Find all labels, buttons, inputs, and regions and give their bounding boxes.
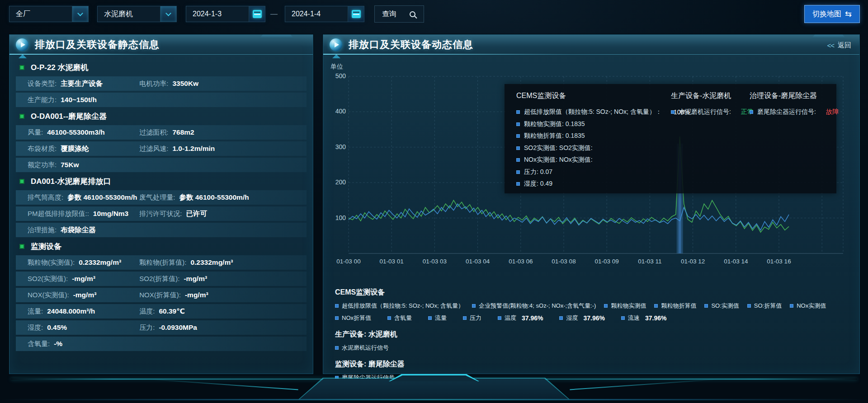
legend-marker-icon [516,122,520,126]
field-label: 温度: [139,307,155,316]
field-value: 0.2332mg/m³ [79,258,121,267]
field-value: 0.45% [47,323,67,332]
info-row: 含氧量:-% [16,337,307,351]
legend-item-label: 湿度 [566,314,578,322]
static-info-header: 排放口及关联设备静态信息 [9,35,313,55]
tooltip-row: SO2实测值: SO2实测值: [516,142,690,155]
legend-item[interactable]: 超低排放限值（颗拉物:5: SOz-; NOx; 含氧量） [335,302,464,310]
legend-item[interactable]: NOx折算值 [335,314,371,322]
legend-item-label: 水泥磨机运行信号 [342,344,389,352]
legend-marker-icon [516,110,520,114]
footer-wing-left [149,379,298,390]
end-date-input[interactable]: 2024-1-4 [285,6,364,22]
legend-item-label: 含氧量 [394,314,412,322]
legend-item[interactable]: 压力 [463,314,481,322]
x-tick-label: 01-03 00 [328,258,369,265]
legend-item-label: 颗粒物实测值 [611,302,646,310]
field-value: 75Kw [61,161,79,169]
query-button[interactable]: 查询 [374,5,424,23]
footer-base-line [0,399,868,400]
legend-item[interactable]: 温度37.96% [498,314,543,322]
info-cell: 流量:24048.000m³/h [16,307,139,316]
info-cell: 排污许可状况:已许可 [139,209,307,219]
switch-map-button[interactable]: 切换地图 ⇆ [804,5,860,23]
chevron-down-icon[interactable] [72,6,88,22]
dynamic-info-title: 排放口及关联设备动态信息 [349,38,473,52]
legend-item[interactable]: 湿度37.96% [559,314,604,322]
tooltip-text: 湿度: 0.49 [524,180,552,188]
x-tick-label: 01-03 08 [543,258,584,265]
legend-item[interactable]: 流速37.96% [621,314,666,322]
legend-item[interactable]: 企业预警值(颗粒物:4; sOz-; NOx-;含氧气量:-) [472,302,596,310]
info-row: 治理措施:布袋除尘器 [16,223,307,237]
back-button[interactable]: << 返回 [827,41,851,50]
legend-item[interactable]: 流量 [428,314,447,322]
info-row: 设备类型:主要生产设备电机功率:3350Kw [16,76,307,91]
section-bullet-icon [19,179,24,184]
info-cell: 湿度:0.45% [16,323,139,332]
legend-item[interactable]: 水泥磨机运行信号 [335,344,389,352]
field-label: 含氧量: [28,340,50,348]
tooltip-heading: 生产设备-水泥磨机 [671,91,754,101]
legend-section-heading: 监测设备: 磨尾除尘器 [335,360,848,369]
static-info-panel: 排放口及关联设备静态信息 O-P-22 水泥磨机设备类型:主要生产设备电机功率:… [9,34,313,374]
legend-item[interactable]: 含氧量 [387,314,412,322]
y-tick-label: 100 [323,214,346,221]
legend-item[interactable]: 颗粒物实测值 [604,302,646,310]
y-tick-label: 400 [323,108,346,115]
plant-select-value: 全厂 [9,9,72,19]
info-row: 生产能力:140~150t/h [16,93,307,107]
play-icon [330,38,342,51]
legend-section-heading: 生产设备: 水泥磨机 [335,330,848,339]
field-value: 主要生产设备 [61,79,103,89]
field-label: 风量: [28,128,43,137]
legend-marker-icon [498,316,501,320]
tooltip-text: NOx实测值: NOx实测值: [524,156,593,164]
field-value: 1.0-1.2m/min [172,145,215,153]
info-cell: 生产能力:140~150t/h [16,96,139,104]
info-cell: SO2(折算值):-mg/m³ [139,275,307,283]
legend-marker-icon [790,304,793,308]
field-value: 布袋除尘器 [61,225,96,235]
field-value: -mg/m³ [72,275,95,283]
top-toolbar: 全厂 水泥磨机 2024-1-3 — 2024-1-4 查询 切换地图 ⇆ [0,0,868,28]
legend-row: 超低排放限值（颗拉物:5: SOz-; NOx; 含氧量）企业预警值(颗粒物:4… [335,302,848,310]
tooltip-row: 磨尾除尘器运行信号:故障 [750,106,839,118]
legend-marker-icon [516,170,520,174]
legend-item[interactable]: NOx实测值 [790,302,826,310]
field-label: SO2(折算值): [139,275,179,283]
info-cell: 含氧量:-% [16,340,139,348]
chevron-glyph [77,10,83,16]
legend-item[interactable]: SO:实测值 [704,302,739,310]
field-value: 60.39℃ [159,307,185,315]
plant-select[interactable]: 全厂 [9,6,89,22]
x-tick-label: 01-03 06 [500,258,541,265]
field-value: -mg/m³ [73,291,97,299]
x-tick-label: 01-03 09 [586,258,627,265]
info-cell: NOX(折算值):-mg/m³ [139,291,307,300]
field-label: 过滤风速: [139,145,168,153]
info-row: 流量:24048.000m³/h温度:60.39℃ [16,304,307,319]
calendar-glyph [352,10,361,18]
start-date-input[interactable]: 2024-1-3 [186,6,265,22]
chevron-down-icon[interactable] [160,6,176,22]
device-select[interactable]: 水泥磨机 [97,6,177,22]
x-tick-label: 01-03 16 [759,258,799,265]
legend-marker-icon [747,304,751,308]
legend-row: NOx折算值含氧量流量压力温度37.96%湿度37.96%流速37.96% [335,314,848,322]
x-tick-label: 01-03 14 [716,258,756,265]
field-value: 参数 46100-55300m/h [67,193,137,202]
tooltip-text: 颗粒物折算值: 0.1835 [524,132,585,140]
calendar-icon[interactable] [249,6,265,22]
calendar-icon[interactable] [348,6,364,22]
legend-item[interactable]: SO:折算值 [747,302,782,310]
section-row: O-P-22 水泥磨机 [16,60,307,75]
tooltip-row: NOx实测值: NOx实测值: [516,154,690,166]
back-arrows-icon: << [827,42,834,49]
info-cell: 治理措施:布袋除尘器 [16,225,139,235]
device-select-value: 水泥磨机 [98,9,160,19]
field-label: 废气处理量: [139,193,175,202]
tooltip-row: 颗粒物实测值: 0.1835 [516,118,690,131]
legend-item[interactable]: 颗粒物折算值 [654,302,696,310]
legend-item-value: 37.96% [522,314,543,322]
